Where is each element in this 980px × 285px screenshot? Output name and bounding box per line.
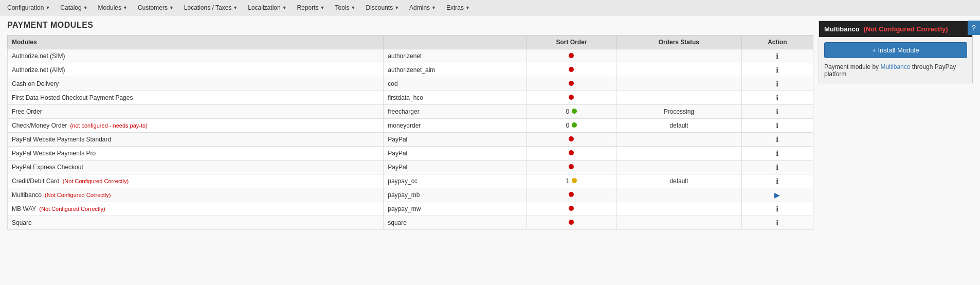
module-name: Free Order	[12, 108, 42, 115]
module-orders-status-cell: default	[616, 174, 741, 188]
module-name-cell: Authorize.net (SIM)	[8, 49, 384, 63]
module-orders-status-cell	[616, 77, 741, 91]
module-name-cell: Credit/Debit Card(Not Configured Correct…	[8, 174, 384, 188]
info-icon[interactable]: ℹ	[776, 205, 778, 213]
module-orders-status-cell	[616, 147, 741, 161]
nav-catalog-arrow: ▼	[83, 5, 88, 10]
nav-catalog[interactable]: Catalog ▼	[55, 2, 93, 14]
table-row: PayPal Express CheckoutPayPalℹ	[8, 161, 813, 174]
module-name-cell: Cash on Delivery	[8, 77, 384, 91]
info-icon[interactable]: ℹ	[776, 66, 778, 74]
module-key-cell: square	[384, 216, 527, 230]
module-warning: (not configured - needs pay-to)	[70, 122, 147, 129]
table-row: PayPal Website Payments ProPayPalℹ	[8, 147, 813, 161]
green-status-dot	[572, 122, 577, 128]
nav-localization-arrow: ▼	[282, 5, 287, 10]
info-icon[interactable]: ℹ	[776, 149, 778, 157]
install-module-button[interactable]: + Install Module	[824, 42, 967, 58]
info-icon[interactable]: ℹ	[776, 163, 778, 171]
module-sort-cell	[527, 147, 616, 161]
module-name: Credit/Debit Card	[12, 177, 60, 185]
module-key-cell: paypay_mw	[384, 202, 527, 216]
nav-discounts[interactable]: Discounts ▼	[360, 2, 404, 14]
module-action-cell: ℹ	[741, 147, 813, 161]
page-content: Payment Modules Modules Sort Order Order…	[0, 15, 980, 235]
module-sort-cell: 0	[527, 119, 616, 133]
nav-admins-arrow: ▼	[431, 5, 436, 10]
nav-modules[interactable]: Modules ▼	[93, 2, 133, 14]
red-status-dot	[569, 67, 574, 72]
module-name-cell: Authorize.net (AIM)	[8, 63, 384, 77]
module-name-cell: Square	[8, 216, 384, 230]
red-status-dot	[569, 150, 574, 155]
module-action-cell: ℹ	[741, 91, 813, 105]
module-name: Multibanco	[12, 191, 42, 199]
module-name: Authorize.net (AIM)	[12, 66, 65, 74]
info-not-configured: (Not Configured Correctly)	[864, 25, 948, 33]
play-icon[interactable]: ▶	[774, 191, 780, 199]
module-action-cell: ℹ	[741, 63, 813, 77]
module-name-cell: MB WAY(Not Configured Correctly)	[8, 202, 384, 216]
nav-locations-taxes-arrow: ▼	[233, 5, 238, 10]
info-icon[interactable]: ℹ	[776, 177, 778, 185]
nav-extras[interactable]: Extras ▼	[441, 2, 475, 14]
module-action-cell: ℹ	[741, 216, 813, 230]
info-icon[interactable]: ℹ	[776, 52, 778, 60]
module-warning: (Not Configured Correctly)	[63, 178, 129, 184]
nav-localization[interactable]: Localization ▼	[243, 2, 292, 14]
module-name: PayPal Website Payments Standard	[12, 136, 111, 143]
info-icon[interactable]: ℹ	[776, 94, 778, 102]
module-orders-status-cell	[616, 133, 741, 147]
nav-configuration-arrow: ▼	[45, 5, 50, 10]
red-status-dot	[569, 53, 574, 58]
green-status-dot	[572, 109, 577, 114]
nav-reports[interactable]: Reports ▼	[292, 2, 330, 14]
help-button[interactable]: ?	[968, 21, 980, 35]
module-name: First Data Hosted Checkout Payment Pages	[12, 94, 133, 101]
table-row: PayPal Website Payments StandardPayPalℹ	[8, 133, 813, 147]
module-action-cell: ℹ	[741, 133, 813, 147]
module-name-cell: Free Order	[8, 105, 384, 119]
info-description: Payment module by Multibanco through Pay…	[824, 63, 967, 78]
table-row: First Data Hosted Checkout Payment Pages…	[8, 91, 813, 105]
module-key-cell: PayPal	[384, 147, 527, 161]
module-orders-status-cell	[616, 63, 741, 77]
nav-discounts-arrow: ▼	[394, 5, 399, 10]
info-icon[interactable]: ℹ	[776, 108, 778, 116]
nav-locations-taxes[interactable]: Locations / Taxes ▼	[179, 2, 243, 14]
red-status-dot	[569, 206, 574, 211]
nav-admins[interactable]: Admins ▼	[404, 2, 441, 14]
module-key-cell: paypay_mb	[384, 188, 527, 202]
module-key-cell: paypay_cc	[384, 174, 527, 188]
nav-configuration[interactable]: Configuration ▼	[2, 2, 55, 14]
module-warning: (Not Configured Correctly)	[39, 206, 105, 212]
red-status-dot	[569, 95, 574, 100]
module-sort-cell	[527, 188, 616, 202]
yellow-status-dot	[572, 178, 577, 183]
module-warning: (Not Configured Correctly)	[45, 192, 111, 198]
info-icon[interactable]: ℹ	[776, 219, 778, 227]
nav-tools[interactable]: Tools ▼	[330, 2, 361, 14]
module-orders-status-cell: Processing	[616, 105, 741, 119]
info-icon[interactable]: ℹ	[776, 135, 778, 144]
module-key-cell: firstdata_hco	[384, 91, 527, 105]
module-name: MB WAY	[12, 205, 36, 212]
module-name-cell: PayPal Website Payments Standard	[8, 133, 384, 147]
nav-reports-arrow: ▼	[320, 5, 325, 10]
info-icon[interactable]: ℹ	[776, 121, 778, 130]
nav-extras-arrow: ▼	[465, 5, 470, 10]
left-panel: Payment Modules Modules Sort Order Order…	[7, 21, 813, 230]
module-action-cell: ▶	[741, 188, 813, 202]
module-sort-cell	[527, 63, 616, 77]
module-name: Square	[12, 219, 32, 226]
desc-link[interactable]: Multibanco	[880, 63, 910, 70]
module-name-cell: First Data Hosted Checkout Payment Pages	[8, 91, 384, 105]
nav-customers[interactable]: Customers ▼	[133, 2, 179, 14]
module-orders-status-cell: default	[616, 119, 741, 133]
module-name: Check/Money Order	[12, 122, 67, 129]
info-icon[interactable]: ℹ	[776, 80, 778, 88]
module-name: PayPal Website Payments Pro	[12, 150, 96, 157]
table-row: Multibanco(Not Configured Correctly)payp…	[8, 188, 813, 202]
nav-customers-arrow: ▼	[169, 5, 174, 10]
col-header-sort: Sort Order	[527, 35, 616, 49]
